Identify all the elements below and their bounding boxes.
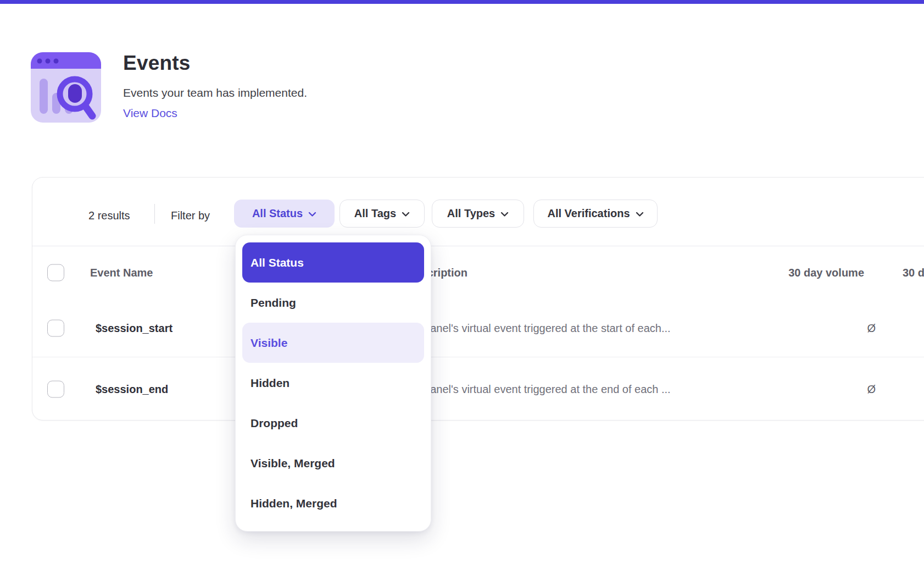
- menu-item-hidden-merged[interactable]: Hidden, Merged: [242, 483, 424, 523]
- select-all-checkbox[interactable]: [47, 264, 64, 281]
- chevron-down-icon: [308, 212, 316, 217]
- filter-by-label: Filter by: [171, 209, 210, 222]
- events-page: Events Events your team has implemented.…: [0, 0, 924, 575]
- chevron-down-icon: [500, 212, 509, 217]
- filter-verifications-label: All Verifications: [547, 207, 630, 220]
- menu-item-visible-merged[interactable]: Visible, Merged: [242, 443, 424, 483]
- page-title: Events: [123, 52, 191, 75]
- menu-item-dropped[interactable]: Dropped: [242, 403, 424, 443]
- event-name-link[interactable]: $session_start: [96, 322, 172, 334]
- page-subtitle: Events your team has implemented.: [123, 86, 307, 99]
- toolbar-divider: [154, 204, 155, 224]
- chevron-down-icon: [402, 212, 410, 217]
- menu-item-hidden[interactable]: Hidden: [242, 363, 424, 403]
- column-header-30-day-volume: 30 day volume: [660, 267, 864, 279]
- view-docs-link[interactable]: View Docs: [123, 107, 177, 120]
- filter-tags-label: All Tags: [354, 207, 396, 220]
- events-table-card: 2 results Filter by All Status All Tags …: [32, 177, 924, 421]
- filter-types-label: All Types: [447, 207, 495, 220]
- menu-item-all-status[interactable]: All Status: [242, 242, 424, 283]
- filter-status-label: All Status: [252, 207, 303, 220]
- status-dropdown-menu: All Status Pending Visible Hidden Droppe…: [235, 235, 431, 532]
- filter-types-button[interactable]: All Types: [432, 200, 524, 228]
- menu-item-visible[interactable]: Visible: [242, 323, 424, 363]
- event-30-day-volume: Ø: [692, 322, 876, 334]
- filter-verifications-button[interactable]: All Verifications: [533, 200, 658, 228]
- row-checkbox[interactable]: [47, 319, 64, 336]
- column-header-30-day-extra: 30 d: [903, 267, 924, 279]
- event-description: Mixpanel's virtual event triggered at th…: [407, 383, 671, 396]
- table-row: $session_end Mixpanel's virtual event tr…: [32, 357, 924, 421]
- filter-status-button[interactable]: All Status: [234, 200, 335, 228]
- results-count: 2 results: [88, 209, 130, 222]
- column-header-event-name: Event Name: [90, 267, 153, 279]
- table-header-row: Event Name Description 30 day volume 30 …: [32, 246, 924, 299]
- menu-item-pending[interactable]: Pending: [242, 283, 424, 323]
- event-description: Mixpanel's virtual event triggered at th…: [407, 322, 671, 334]
- event-30-day-volume: Ø: [692, 383, 876, 396]
- events-app-icon: [31, 52, 101, 123]
- table-row: $session_start Mixpanel's virtual event …: [32, 299, 924, 357]
- chevron-down-icon: [636, 212, 644, 217]
- filter-tags-button[interactable]: All Tags: [339, 200, 425, 228]
- event-name-link[interactable]: $session_end: [96, 383, 168, 396]
- top-accent-bar: [0, 0, 924, 4]
- row-checkbox[interactable]: [47, 381, 64, 398]
